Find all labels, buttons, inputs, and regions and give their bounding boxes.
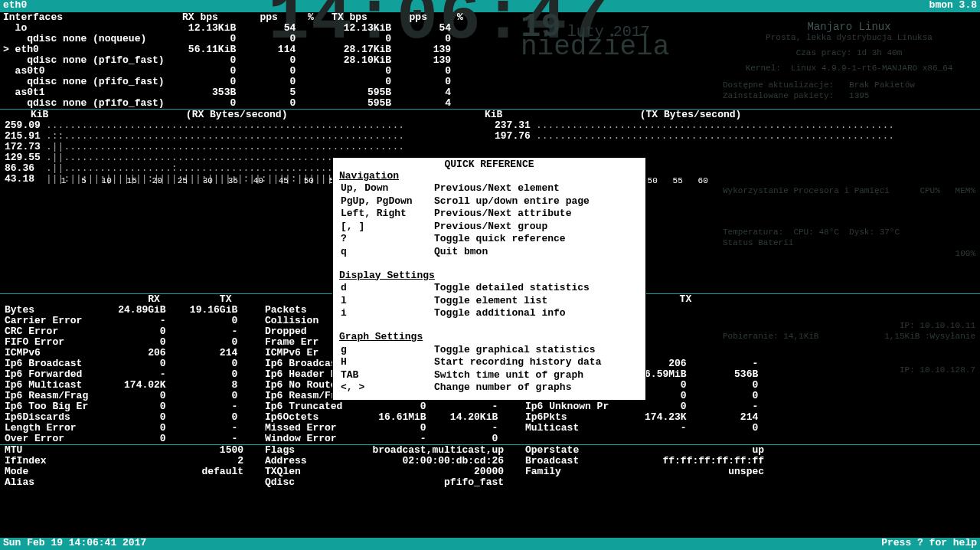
statusbar: Sun Feb 19 14:06:41 2017 Press ? for hel… [0, 538, 980, 550]
statusbar-help-hint: Press ? for help [881, 538, 977, 550]
quickref-graph-table: gToggle graphical statisticsHStart recor… [339, 343, 603, 395]
interface-row[interactable]: as0t1 353B 5 595B 4 [3, 87, 977, 98]
quickref-row: iToggle additional info [341, 308, 590, 319]
quickref-graph-header: Graph Settings [339, 332, 639, 343]
quickref-row: [, ]Previous/Next group [341, 221, 590, 233]
interface-row[interactable]: as0t0 0 0 0 0 [3, 66, 977, 77]
quickref-row: TABSwitch time unit of graph [341, 370, 601, 381]
quickref-row: Up, DownPrevious/Next element [341, 183, 590, 195]
quickref-disp-table: dToggle detailed statisticslToggle eleme… [339, 281, 591, 321]
interface-row[interactable]: lo 12.13KiB 54 12.13KiB 54 [3, 23, 977, 34]
titlebar-right: bmon 3.8 [929, 0, 977, 12]
quickref-row: Left, RightPrevious/Next attribute [341, 208, 590, 220]
quickref-row: PgUp, PgDownScroll up/down entire page [341, 196, 590, 208]
quickref-nav-header: Navigation [339, 171, 639, 182]
quick-reference-popup: QUICK REFERENCE Navigation Up, DownPrevi… [332, 157, 646, 401]
interface-row[interactable]: qdisc none (pfifo_fast) 0 0 28.10KiB 139 [3, 55, 977, 66]
statusbar-clock: Sun Feb 19 14:06:41 2017 [3, 538, 146, 550]
interface-row[interactable]: qdisc none (pfifo_fast) 0 0 595B 4 [3, 98, 977, 109]
quickref-row: gToggle graphical statistics [341, 345, 601, 356]
quickref-disp-header: Display Settings [339, 270, 639, 282]
quickref-row: lToggle element list [341, 296, 590, 307]
info-block: MTU 1500 IfIndex 2 Mode default Alias Fl… [0, 445, 980, 488]
quickref-title: QUICK REFERENCE [339, 159, 639, 171]
interface-row[interactable]: qdisc none (pfifo_fast) 0 0 0 0 [3, 77, 977, 87]
interface-table[interactable]: Interfaces RX bps pps % TX bps pps % lo … [0, 12, 980, 109]
interface-row[interactable]: > eth0 56.11KiB 114 28.17KiB 139 [3, 44, 977, 55]
quickref-nav-table: Up, DownPrevious/Next elementPgUp, PgDow… [339, 182, 591, 259]
interface-row[interactable]: qdisc none (noqueue) 0 0 0 0 [3, 34, 977, 44]
quickref-row: ?Toggle quick reference [341, 234, 590, 245]
quickref-row: <, >Change number of graphs [341, 382, 601, 394]
titlebar: eth0 bmon 3.8 [0, 0, 980, 12]
quickref-row: qQuit bmon [341, 247, 590, 258]
quickref-row: dToggle detailed statistics [341, 283, 590, 294]
titlebar-left: eth0 [3, 0, 27, 12]
quickref-row: HStart recording history data [341, 357, 601, 368]
